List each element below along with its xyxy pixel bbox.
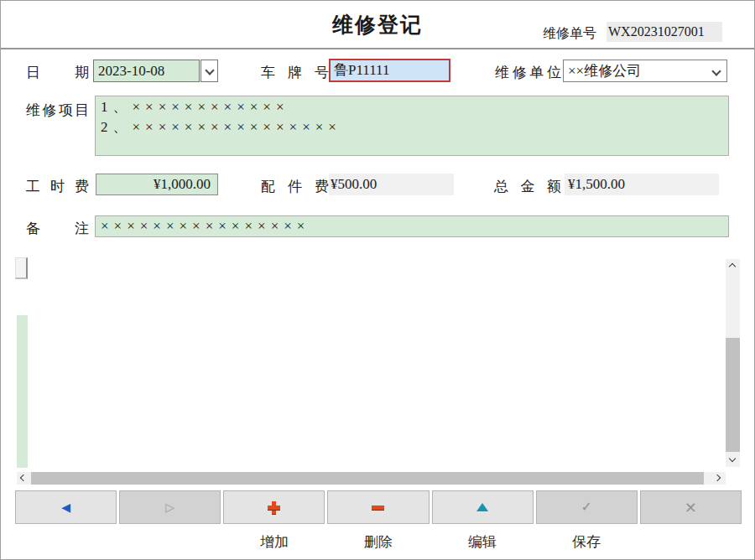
grid-indicator-column [17,315,28,468]
chevron-up-icon [729,263,736,270]
total-amount-value: ¥1,500.00 [565,174,719,195]
cancel-record-button[interactable]: × [640,490,742,524]
repair-unit-value: ××维修公司 [568,63,641,79]
edit-record-button[interactable] [432,490,534,524]
repair-registration-window: 维修登记 维修单号 WX20231027001 日期 2023-10-08 车牌… [0,0,755,560]
repair-items-textarea[interactable]: 1、×××××××××××× 2、×××××××××××××××× [95,96,729,156]
parts-fee-value: ¥500.00 [329,174,454,195]
horizontal-scroll-thumb[interactable] [31,472,704,485]
left-triangle-icon: ◀ [61,501,70,513]
scroll-left-button[interactable] [17,472,30,485]
plus-icon [268,501,280,514]
order-number-label: 维修单号 [543,25,596,43]
repair-items-label: 维修项目 [26,101,89,120]
chevron-down-icon [729,455,736,462]
plate-label: 车牌号 [261,63,329,82]
chevron-down-icon [711,66,721,75]
minus-icon [372,506,384,510]
save-caption: 保存 [534,532,638,552]
add-caption: 增加 [222,532,326,552]
chevron-right-icon [714,474,721,481]
next-record-button[interactable]: ▷ [119,490,221,524]
save-record-button[interactable]: ✓ [536,490,638,524]
order-number-value: WX20231027001 [607,22,722,42]
date-label: 日期 [26,63,89,82]
scroll-right-button[interactable] [712,472,726,485]
prev-record-button[interactable]: ◀ [15,490,117,524]
record-navigator: ◀ ▷ ✓ × [15,490,742,524]
labor-fee-label: 工时费 [26,177,89,196]
chevron-down-icon [205,65,214,75]
grid-corner-cell [15,257,28,279]
remark-label: 备注 [26,219,89,238]
labor-fee-input[interactable]: ¥1,000.00 [96,174,218,195]
date-dropdown-button[interactable] [200,60,218,82]
add-record-button[interactable] [223,490,325,524]
chevron-left-icon [20,474,27,481]
right-triangle-icon: ▷ [165,501,174,513]
header-divider [1,48,755,49]
vertical-scroll-thumb[interactable] [726,338,740,452]
scroll-up-button[interactable] [726,259,740,272]
plate-input[interactable]: 鲁P11111 [329,59,450,82]
date-input[interactable]: 2023-10-08 [93,60,200,82]
edit-caption: 编辑 [430,532,534,552]
total-amount-label: 总金额 [494,177,561,196]
scroll-down-button[interactable] [726,454,740,467]
repair-unit-select[interactable]: ××维修公司 [563,60,727,82]
horizontal-scrollbar[interactable] [17,472,726,485]
delete-caption: 删除 [326,532,430,552]
check-icon: ✓ [581,500,592,514]
cross-icon: × [685,500,697,515]
vertical-scrollbar[interactable] [726,259,740,467]
repair-unit-label: 维修单位 [495,63,561,82]
up-triangle-icon [476,503,488,511]
remark-input[interactable]: ×××××××××××××××× [95,215,729,237]
delete-record-button[interactable] [327,490,429,524]
parts-fee-label: 配件费 [261,177,329,196]
